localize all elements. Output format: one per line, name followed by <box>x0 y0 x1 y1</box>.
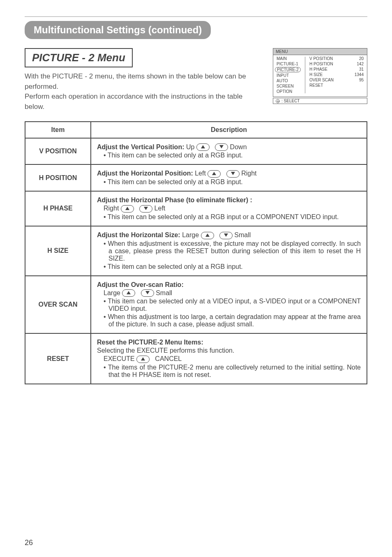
dpad-icon <box>276 99 280 103</box>
submenu-title: PICTURE - 2 Menu <box>25 48 133 67</box>
table-row: H SIZEAdjust the Horizontal Size: Large … <box>25 226 367 276</box>
table-header-row: Item Description <box>25 122 367 138</box>
osd-left-item: AUTO <box>277 78 304 83</box>
table-row: V POSITIONAdjust the Vertical Position: … <box>25 138 367 165</box>
th-desc: Description <box>91 122 367 138</box>
td-description: Adjust the Over-scan Ratio:Large Small• … <box>91 276 367 334</box>
up-arrow-button-icon <box>136 356 150 363</box>
osd-left-item: MAIN <box>277 56 304 61</box>
td-description: Adjust the Horizontal Size: Large Small•… <box>91 226 367 276</box>
horizontal-rule <box>25 16 367 17</box>
osd-footer: : SELECT <box>273 98 367 104</box>
section-header: Multifunctional Settings (continued) <box>25 21 211 39</box>
osd-left-item: SCREEN <box>277 83 304 89</box>
table-row: RESETReset the PICTURE-2 Menu Items:Sele… <box>25 333 367 384</box>
osd-right-label: RESET <box>309 83 323 88</box>
td-item: V POSITION <box>25 138 91 165</box>
lead-text: Adjust the Horizontal Position: <box>97 170 195 177</box>
osd-footer-text: : SELECT <box>281 99 300 103</box>
osd-right-value: 1344 <box>355 72 364 77</box>
osd-left-item: OPTION <box>277 89 304 94</box>
osd-left-item: INPUT <box>277 73 304 78</box>
bullet-text: • The items of the PICTURE-2 menu are co… <box>102 364 361 379</box>
osd-right-row: H SIZE1344 <box>309 72 364 77</box>
osd-right-row: OVER SCAN95 <box>309 77 364 83</box>
down-arrow-button-icon <box>226 170 240 178</box>
lead-text: Adjust the Horizontal Size: <box>97 231 182 238</box>
intro-para-1: With the PICTURE - 2 menu, the items sho… <box>25 72 255 92</box>
table-row: OVER SCANAdjust the Over-scan Ratio:Larg… <box>25 276 367 334</box>
osd-right-label: H SIZE <box>309 72 323 77</box>
subhead-row: PICTURE - 2 Menu With the PICTURE - 2 me… <box>25 48 367 120</box>
table-row: H PHASEAdjust the Horizontal Phase (to e… <box>25 191 367 226</box>
table-body: V POSITIONAdjust the Vertical Position: … <box>25 138 367 384</box>
osd-right-value: 31 <box>359 67 364 72</box>
td-description: Reset the PICTURE-2 Menu Items:Selecting… <box>91 333 367 384</box>
down-arrow-button-icon <box>219 232 233 239</box>
page: Multifunctional Settings (continued) PIC… <box>0 0 392 557</box>
td-description: Adjust the Horizontal Phase (to eliminat… <box>91 191 367 226</box>
td-item: H SIZE <box>25 226 91 276</box>
osd-right-label: H PHASE <box>309 67 327 72</box>
osd-right-list: V POSITION20H POSITION142H PHASE31H SIZE… <box>305 56 367 94</box>
intro-text: With the PICTURE - 2 menu, the items sho… <box>25 72 255 112</box>
td-description: Adjust the Vertical Position: Up Down• T… <box>91 138 367 165</box>
table-row: H POSITIONAdjust the Horizontal Position… <box>25 164 367 191</box>
osd-right-row: RESET <box>309 83 364 88</box>
left-col: PICTURE - 2 Menu With the PICTURE - 2 me… <box>25 48 255 120</box>
up-arrow-button-icon <box>201 232 214 239</box>
osd-left-list: MAINPICTURE-1PICTURE-2INPUTAUTOSCREENOPT… <box>273 56 305 94</box>
bullet-text: • This item can be selected only at a RG… <box>102 263 361 270</box>
lead-text: Adjust the Horizontal Phase (to eliminat… <box>97 196 252 203</box>
osd-left-item: PICTURE-1 <box>277 61 304 67</box>
osd-right-label: OVER SCAN <box>309 78 334 82</box>
bullet-text: • This item can be selected only at a VI… <box>102 298 361 312</box>
osd-right-row: H POSITION142 <box>309 61 364 67</box>
bullet-text: • This item can be selected only at a RG… <box>102 152 361 159</box>
page-number: 26 <box>25 539 33 547</box>
bullet-text: • When this adjustment is too large, a c… <box>102 313 361 328</box>
up-arrow-button-icon <box>122 289 135 297</box>
th-item: Item <box>25 122 91 138</box>
td-item: H POSITION <box>25 164 91 191</box>
settings-table: Item Description V POSITIONAdjust the Ve… <box>25 121 367 385</box>
up-arrow-button-icon <box>208 170 221 178</box>
osd-preview: MENU MAINPICTURE-1PICTURE-2INPUTAUTOSCRE… <box>273 48 367 104</box>
bullet-text: • This item can be selected only at a RG… <box>102 213 361 221</box>
osd-title: MENU <box>273 49 367 55</box>
td-description: Adjust the Horizontal Position: Left Rig… <box>91 164 367 191</box>
down-arrow-button-icon <box>215 143 228 151</box>
osd-right-value: 142 <box>357 62 364 66</box>
osd-right-label: H POSITION <box>309 62 333 66</box>
intro-para-2: Perform each operation in accordance wit… <box>25 92 255 112</box>
bullet-text: • When this adjustment is excessive, the… <box>102 240 361 262</box>
down-arrow-button-icon <box>141 289 154 297</box>
osd-right-value: 20 <box>359 56 364 61</box>
osd-box: MENU MAINPICTURE-1PICTURE-2INPUTAUTOSCRE… <box>273 48 367 97</box>
td-item: RESET <box>25 333 91 384</box>
reset-line2: Selecting the EXECUTE performs this func… <box>97 347 361 354</box>
bullet-text: • This item can be selected only at a RG… <box>102 178 361 186</box>
lead-text: Adjust the Vertical Position: <box>97 143 186 150</box>
down-arrow-button-icon <box>139 205 152 213</box>
osd-selected: PICTURE-2 <box>275 67 301 72</box>
osd-left-item: PICTURE-2 <box>277 67 304 73</box>
osd-right-label: V POSITION <box>309 56 333 61</box>
osd-right-row: V POSITION20 <box>309 56 364 61</box>
td-item: H PHASE <box>25 191 91 226</box>
osd-right-value: 95 <box>359 78 364 82</box>
td-item: OVER SCAN <box>25 276 91 334</box>
lead-text: Reset the PICTURE-2 Menu Items: <box>97 339 203 346</box>
up-arrow-button-icon <box>196 143 210 151</box>
osd-body: MAINPICTURE-1PICTURE-2INPUTAUTOSCREENOPT… <box>273 55 367 97</box>
lead-text: Adjust the Over-scan Ratio: <box>97 281 184 288</box>
osd-right-row: H PHASE31 <box>309 67 364 72</box>
up-arrow-button-icon <box>121 205 134 213</box>
